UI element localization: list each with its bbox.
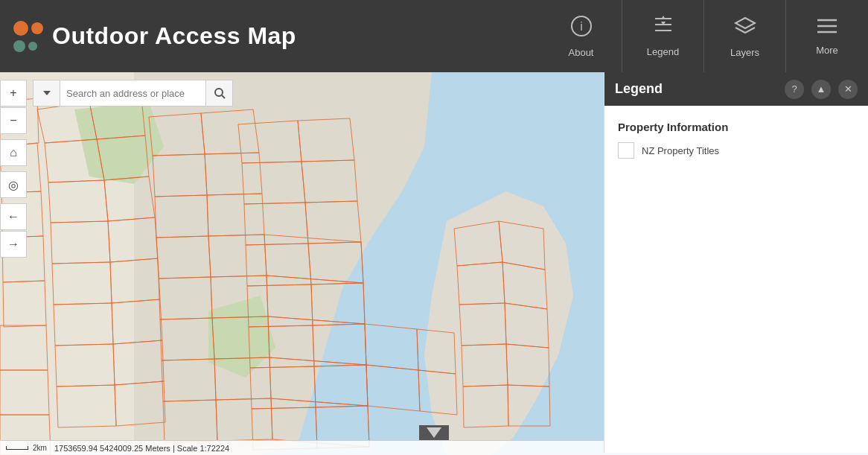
forward-button[interactable]: → — [0, 231, 27, 258]
logo-dots — [13, 21, 43, 52]
app-title: Outdoor Access Map — [52, 22, 296, 50]
scale-label: 2km — [33, 444, 47, 452]
svg-line-14 — [222, 95, 225, 98]
logo-dot-orange2 — [31, 22, 43, 34]
legend-title: Legend — [615, 81, 777, 97]
nav-item-legend[interactable]: Legend — [622, 0, 704, 72]
legend-item-nz-property-titles: NZ Property Titles — [618, 142, 855, 159]
zoom-out-button[interactable]: − — [0, 107, 27, 134]
svg-marker-15 — [427, 427, 441, 438]
nav-item-about[interactable]: i About — [540, 0, 622, 72]
legend-body: Property Information NZ Property Titles — [604, 106, 868, 179]
search-icon — [214, 87, 226, 99]
left-toolbar: + − ⌂ ◎ ← → — [0, 80, 27, 258]
layers-icon — [733, 15, 758, 42]
logo-dot-teal — [13, 40, 25, 52]
map-area[interactable]: + − ⌂ ◎ ← → Legend ? ▲ ✕ — [0, 72, 868, 455]
chevron-down-icon — [41, 87, 53, 99]
locate-button[interactable]: ◎ — [0, 171, 27, 198]
legend-collapse-button[interactable]: ▲ — [811, 80, 831, 99]
svg-point-13 — [215, 89, 223, 96]
about-icon: i — [570, 15, 593, 42]
legend-swatch — [618, 142, 634, 159]
nav-item-more[interactable]: More — [786, 0, 868, 72]
svg-marker-7 — [735, 18, 755, 28]
svg-text:i: i — [580, 20, 583, 33]
home-button[interactable]: ⌂ — [0, 139, 27, 166]
legend-panel: Legend ? ▲ ✕ Property Information NZ Pro… — [604, 72, 868, 453]
map-collapse-button[interactable] — [419, 425, 449, 440]
coordinates-display: 1753659.94 5424009.25 Meters | Scale 1:7… — [54, 444, 229, 453]
nav-items: i About Legend — [540, 0, 868, 72]
scale-bar — [6, 446, 28, 450]
app-header: Outdoor Access Map i About — [0, 0, 868, 72]
about-label: About — [569, 47, 594, 58]
logo-area: Outdoor Access Map — [0, 21, 417, 52]
legend-icon — [651, 16, 676, 42]
legend-header: Legend ? ▲ ✕ — [604, 72, 868, 106]
search-dropdown-button[interactable] — [33, 80, 60, 106]
legend-close-button[interactable]: ✕ — [838, 80, 858, 99]
svg-marker-5 — [661, 16, 666, 19]
nav-item-layers[interactable]: Layers — [704, 0, 786, 72]
logo-dot-teal2 — [28, 42, 37, 51]
property-info-title: Property Information — [618, 121, 855, 133]
search-submit-button[interactable] — [205, 80, 232, 106]
logo-dot-orange — [13, 21, 28, 36]
legend-help-button[interactable]: ? — [785, 80, 804, 99]
layers-label: Layers — [730, 47, 759, 58]
legend-label: Legend — [647, 46, 679, 57]
collapse-icon — [427, 427, 441, 438]
svg-marker-12 — [43, 91, 51, 95]
search-bar — [33, 80, 233, 106]
zoom-in-button[interactable]: + — [0, 80, 27, 106]
legend-item-label: NZ Property Titles — [642, 145, 719, 156]
more-label: More — [816, 45, 838, 56]
back-button[interactable]: ← — [0, 203, 27, 230]
search-input[interactable] — [60, 80, 205, 106]
scale-bar-area: 2km — [6, 444, 47, 452]
more-icon — [816, 17, 838, 40]
